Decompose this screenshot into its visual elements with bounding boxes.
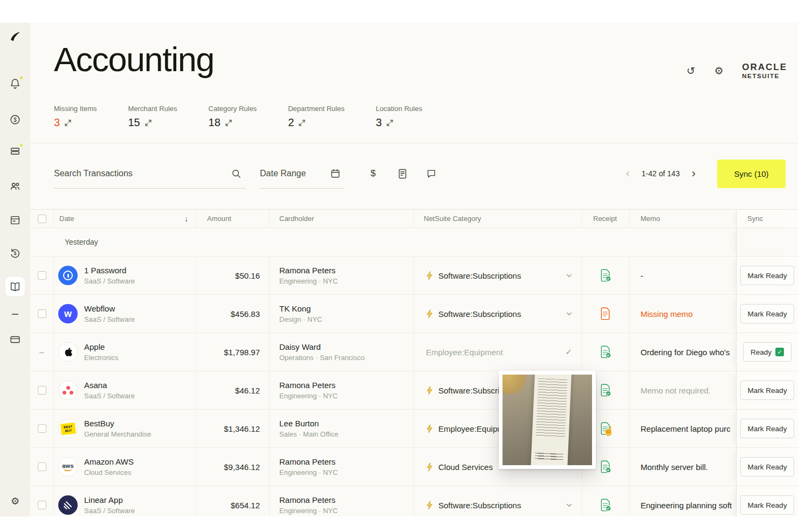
row-checkbox[interactable]	[38, 501, 46, 509]
column-header-sync[interactable]: Sync	[747, 215, 763, 223]
expand-icon[interactable]	[145, 116, 152, 129]
merchant-type: SaaS / Software	[84, 392, 135, 400]
memo[interactable]: Ordering for Diego who's	[630, 333, 736, 371]
mark-ready-button[interactable]: Mark Ready	[740, 381, 795, 400]
stat-category-rules: Category Rules 18	[209, 105, 257, 129]
collapse-icon[interactable]	[9, 308, 22, 321]
row-checkbox[interactable]	[38, 386, 46, 395]
row-indeterminate-mark[interactable]	[39, 347, 44, 357]
table-row[interactable]: 1 Password SaaS / Software $50.16 Ramona…	[30, 257, 798, 295]
category-value: Software:Subscriptions	[438, 309, 521, 319]
mark-ready-button[interactable]: Mark Ready	[740, 419, 795, 438]
column-header-cardholder[interactable]: Cardholder	[279, 215, 314, 223]
prev-page-icon[interactable]: ‹	[626, 168, 630, 179]
stat-value: 2	[288, 116, 294, 129]
column-header-category[interactable]: NetSuite Category	[424, 215, 481, 223]
amount: $9,346.12	[196, 448, 270, 486]
category-select[interactable]: Software:Subscriptions	[414, 257, 582, 294]
column-header-receipt[interactable]: Receipt	[593, 215, 617, 223]
date-range-picker[interactable]: Date Range	[260, 158, 344, 189]
merchant-type: General Merchandise	[84, 430, 151, 438]
cardholder-detail: Engineering · NYC	[279, 468, 414, 476]
row-checkbox[interactable]	[38, 462, 46, 471]
memo[interactable]: Monthly server bill.	[630, 448, 736, 486]
amount-filter-icon[interactable]: $	[367, 167, 380, 180]
merchant-name: Asana	[84, 381, 135, 390]
merchant-logo-linear	[58, 495, 78, 515]
column-header-memo[interactable]: Memo	[641, 215, 660, 223]
notification-dot	[19, 75, 24, 80]
notifications-bell-icon[interactable]	[9, 77, 22, 90]
amount: $456.83	[196, 295, 270, 333]
stat-value: 3	[376, 116, 382, 129]
row-checkbox[interactable]	[38, 424, 46, 433]
merchant-type: SaaS / Software	[84, 277, 135, 285]
category-select[interactable]: Software:Subscriptions	[414, 295, 582, 333]
category-value: Cloud Services	[438, 462, 493, 472]
row-checkbox[interactable]	[38, 309, 46, 318]
stat-label: Missing Items	[54, 105, 97, 113]
settings-icon[interactable]: ⚙	[712, 64, 726, 78]
wallet-card-icon[interactable]	[9, 333, 22, 346]
expand-icon[interactable]	[225, 116, 232, 129]
ready-button[interactable]: Ready ✓	[743, 342, 792, 362]
select-all-checkbox[interactable]	[38, 215, 46, 223]
payments-icon[interactable]: $	[9, 113, 22, 126]
calendar-icon	[329, 167, 342, 180]
auto-bolt-icon	[426, 424, 433, 433]
row-checkbox[interactable]	[38, 271, 46, 280]
table-row[interactable]: aws Amazon AWS Cloud Services $9,346.12 …	[30, 448, 798, 486]
memo[interactable]: Replacement laptop purc	[630, 410, 736, 447]
merchant-logo-webflow: w	[58, 304, 78, 323]
search-placeholder: Search Transactions	[54, 169, 133, 178]
mark-ready-button[interactable]: Mark Ready	[740, 457, 795, 476]
history-icon[interactable]: ↺	[684, 64, 698, 78]
people-icon[interactable]	[9, 179, 22, 192]
memo-filter-icon[interactable]	[425, 167, 438, 180]
amount: $46.12	[196, 371, 270, 409]
sync-button[interactable]: Sync (10)	[717, 160, 786, 188]
table-row[interactable]: Apple Electronics $1,798.97 Daisy Ward O…	[30, 333, 798, 371]
table-row[interactable]: w Webflow SaaS / Software $456.83 TK Kon…	[30, 295, 798, 333]
receipt-verified-icon[interactable]	[600, 460, 611, 473]
receipt-verified-icon[interactable]	[600, 269, 611, 282]
memo[interactable]: Missing memo	[630, 295, 736, 333]
expand-icon[interactable]	[299, 116, 305, 129]
next-page-icon[interactable]: ›	[692, 168, 696, 179]
receipt-preview-popup[interactable]	[499, 371, 596, 469]
chevron-down-icon	[566, 503, 572, 507]
expand-icon[interactable]	[387, 116, 393, 129]
calendar-icon[interactable]	[9, 213, 22, 226]
search-input[interactable]: Search Transactions	[54, 158, 246, 189]
cards-stack-icon[interactable]	[9, 144, 22, 157]
mark-ready-button[interactable]: Mark Ready	[740, 495, 795, 515]
hand-cursor-icon: ☝	[603, 425, 614, 437]
sort-desc-icon[interactable]: ↓	[184, 215, 188, 223]
mark-ready-button[interactable]: Mark Ready	[740, 304, 795, 323]
table-row[interactable]: Asana SaaS / Software $46.12 Ramona Pete…	[30, 371, 798, 410]
receipt-filter-icon[interactable]	[396, 167, 409, 180]
reimbursements-icon[interactable]: $	[9, 247, 22, 260]
merchant-name: Amazon AWS	[84, 457, 134, 466]
section-divider	[30, 143, 798, 143]
receipt-missing-icon[interactable]	[600, 307, 611, 320]
settings-gear-icon[interactable]: ⚙	[9, 495, 22, 508]
memo[interactable]: -	[630, 257, 736, 294]
amount: $50.16	[196, 257, 270, 294]
main-content: Accounting ↺ ⚙ ORACLE NETSUITE Missing I…	[30, 23, 798, 532]
receipt-verified-icon[interactable]	[600, 346, 611, 358]
mark-ready-button[interactable]: Mark Ready	[740, 266, 795, 285]
expand-icon[interactable]	[65, 116, 71, 129]
receipt-verified-icon[interactable]	[600, 384, 611, 397]
table-row[interactable]: BEST BUY BestBuy General Merchandise $1,…	[30, 410, 798, 448]
app-logo-icon[interactable]	[9, 30, 22, 43]
amount: $1,798.97	[196, 333, 270, 371]
memo[interactable]: Memo not required.	[630, 371, 736, 409]
auto-bolt-icon	[426, 309, 433, 319]
auto-bolt-icon	[426, 501, 433, 510]
receipt-verified-icon[interactable]	[600, 499, 611, 512]
accounting-book-icon[interactable]	[9, 280, 22, 293]
column-header-amount[interactable]: Amount	[207, 215, 231, 223]
column-header-date[interactable]: Date	[59, 215, 74, 223]
bottom-strip	[0, 516, 798, 532]
